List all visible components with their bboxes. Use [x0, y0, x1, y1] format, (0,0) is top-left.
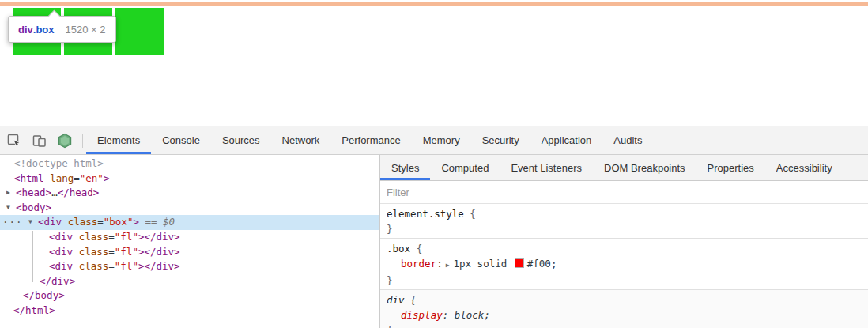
- css-property-name[interactable]: display: [401, 309, 443, 321]
- code-token-attr: class: [68, 216, 98, 228]
- tab-sources[interactable]: Sources: [211, 126, 271, 154]
- screenshot-root: div.box 1520 × 2: [0, 0, 868, 328]
- css-selector[interactable]: .box: [387, 243, 410, 254]
- inspected-element-highlight: [0, 2, 868, 6]
- styles-tab-bar: StylesComputedEvent ListenersDOM Breakpo…: [380, 155, 868, 181]
- css-rules-list: element.style {}.box {border:▶1px solid …: [380, 204, 868, 328]
- tab-application[interactable]: Application: [530, 126, 603, 154]
- code-token-tag: <div: [49, 260, 79, 272]
- code-token-tag: </head>: [58, 187, 100, 198]
- tooltip-dimensions: 1520 × 2: [66, 24, 106, 36]
- code-token-tag: </div>: [40, 275, 75, 287]
- dom-tree-row[interactable]: ...▼<div class="box"> == $0: [0, 215, 379, 230]
- sidebar-tab-properties[interactable]: Properties: [696, 155, 765, 180]
- code-token-plain: …: [51, 187, 58, 198]
- code-token-tag: >: [104, 172, 110, 184]
- dom-tree-row[interactable]: </html>: [0, 303, 379, 319]
- styles-sidebar-pane: StylesComputedEvent ListenersDOM Breakpo…: [380, 155, 868, 328]
- tooltip-class-name: .box: [33, 24, 55, 36]
- code-token-attr: lang: [50, 172, 74, 184]
- tab-console[interactable]: Console: [151, 126, 211, 154]
- css-selector[interactable]: div: [387, 294, 405, 306]
- code-token-plain: =: [74, 172, 80, 184]
- tab-network[interactable]: Network: [271, 126, 331, 154]
- dom-tree-row[interactable]: <div class="fl"></div>: [0, 245, 379, 260]
- css-property-name[interactable]: border: [401, 258, 436, 270]
- code-token-tag: </div>: [144, 260, 179, 272]
- sidebar-tab-styles[interactable]: Styles: [380, 155, 430, 180]
- tab-performance[interactable]: Performance: [330, 126, 411, 154]
- tooltip-tag-name: div: [18, 24, 33, 36]
- dom-tree-row[interactable]: <!doctype html>: [0, 156, 379, 172]
- devtools-tab-bar: ElementsConsoleSourcesNetworkPerformance…: [86, 126, 653, 154]
- code-token-plain: =: [97, 216, 104, 228]
- tab-elements[interactable]: Elements: [86, 126, 151, 154]
- code-token-tag: <body>: [16, 202, 51, 213]
- code-token-attr: class: [79, 260, 109, 272]
- sidebar-tab-accessibility[interactable]: Accessibility: [765, 155, 843, 180]
- dom-tree-row[interactable]: <html lang="en">: [0, 172, 379, 187]
- toolbar-separator: [82, 134, 83, 148]
- devtools-toolbar: ElementsConsoleSourcesNetworkPerformance…: [0, 126, 868, 155]
- property-expand-icon[interactable]: ▶: [446, 262, 450, 269]
- code-token-attr: class: [79, 246, 109, 258]
- tab-memory[interactable]: Memory: [412, 126, 471, 154]
- code-token-plain: =: [108, 231, 115, 243]
- code-token-val: "en": [80, 172, 104, 184]
- css-color-value[interactable]: #f00;: [527, 258, 557, 270]
- styles-filter-bar: [380, 181, 868, 204]
- css-property-value[interactable]: block;: [455, 309, 490, 321]
- devtools-panel: ElementsConsoleSourcesNetworkPerformance…: [0, 126, 868, 328]
- code-token-attr: class: [79, 231, 109, 243]
- code-token-val: "box": [104, 216, 134, 228]
- css-property[interactable]: border:▶1px solid #f00;: [387, 256, 868, 273]
- css-rule[interactable]: element.style {}: [380, 204, 868, 239]
- devtools-body: <!doctype html><html lang="en">▶<head>…<…: [0, 155, 868, 328]
- css-rule[interactable]: .box {border:▶1px solid #f00;}: [380, 239, 868, 290]
- dom-tree-row[interactable]: ▼<body>: [0, 201, 379, 216]
- code-token-tag: </html>: [13, 304, 55, 316]
- expand-arrow-closed-icon[interactable]: ▶: [6, 186, 10, 201]
- elements-tree-pane: <!doctype html><html lang="en">▶<head>…<…: [0, 155, 380, 328]
- sidebar-tab-dom-breakpoints[interactable]: DOM Breakpoints: [593, 155, 696, 180]
- sidebar-tab-computed[interactable]: Computed: [430, 155, 500, 180]
- tree-row-gutter-dots: ...: [2, 213, 23, 228]
- code-token-flag: == $0: [139, 216, 175, 228]
- color-swatch[interactable]: [515, 258, 524, 268]
- code-token-val: "fl": [115, 231, 138, 243]
- code-token-tag: <head>: [16, 187, 51, 198]
- expand-arrow-open-icon[interactable]: ▼: [28, 215, 32, 230]
- styles-filter-input[interactable]: [385, 186, 823, 199]
- css-rule[interactable]: div {display: block;}: [380, 290, 868, 328]
- tab-security[interactable]: Security: [471, 126, 530, 154]
- code-token-tag: <div: [49, 246, 79, 258]
- dom-tree-row[interactable]: <div class="fl"></div>: [0, 230, 379, 245]
- element-info-tooltip: div.box 1520 × 2: [8, 16, 116, 43]
- dom-tree-row[interactable]: ▶<head>…</head>: [0, 186, 379, 201]
- device-toolbar-icon[interactable]: [30, 131, 49, 150]
- code-token-gray: <!doctype html>: [14, 157, 104, 169]
- code-token-val: "fl": [115, 246, 138, 258]
- code-token-tag: <div: [49, 231, 79, 243]
- code-token-plain: =: [108, 260, 115, 272]
- dom-tree-row[interactable]: <div class="fl"></div>: [0, 259, 379, 274]
- code-token-tag: <html: [14, 172, 50, 184]
- code-token-tag: <div: [38, 216, 68, 228]
- page-viewport: div.box 1520 × 2: [0, 0, 868, 126]
- toolbar-buttons: [0, 126, 79, 154]
- sidebar-tab-event-listeners[interactable]: Event Listeners: [500, 155, 593, 180]
- code-token-tag: >: [133, 216, 139, 228]
- code-token-plain: =: [108, 246, 115, 258]
- dom-tree-row[interactable]: </div>: [0, 274, 379, 289]
- css-selector[interactable]: element.style: [387, 208, 464, 220]
- vue-extension-icon[interactable]: [55, 131, 74, 150]
- code-token-val: "fl": [115, 260, 138, 272]
- css-property-value[interactable]: 1px solid: [454, 258, 513, 270]
- code-token-tag: </div>: [144, 246, 179, 258]
- green-box: [115, 8, 164, 55]
- css-property[interactable]: display: block;: [387, 307, 868, 322]
- dom-tree-row[interactable]: </body>: [0, 288, 379, 303]
- tab-audits[interactable]: Audits: [602, 126, 653, 154]
- inspect-icon[interactable]: [5, 131, 24, 150]
- code-token-tag: </div>: [144, 231, 179, 243]
